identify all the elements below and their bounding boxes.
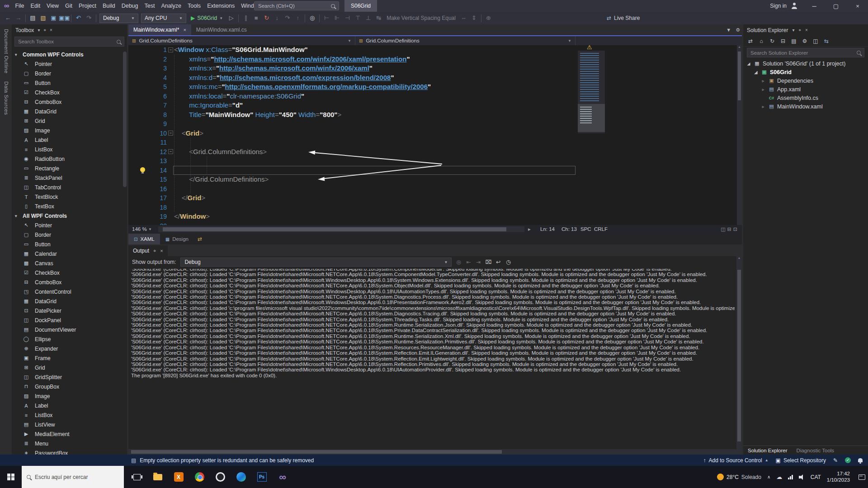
time-icon[interactable]: ◷ — [503, 259, 513, 265]
weather-widget[interactable]: 28°C Soleado — [717, 474, 761, 480]
spaces-indicator[interactable]: SPC — [580, 225, 591, 234]
sign-in-link[interactable]: Sign in — [770, 3, 787, 9]
toolbox-item-contentcontrol[interactable]: ◳ContentControl — [12, 287, 127, 296]
toolbox-item-stackpanel[interactable]: ≣StackPanel — [12, 173, 127, 183]
menu-extensions[interactable]: Extensions — [204, 0, 238, 12]
toolbox-item-radiobutton[interactable]: ◉RadioButton — [12, 154, 127, 164]
toolbox-item-combobox[interactable]: ⊟ComboBox — [12, 277, 127, 287]
code-line-20[interactable]: 20 — [128, 221, 742, 225]
toolbox-item-expander[interactable]: ⊕Expander — [12, 344, 127, 353]
toolbox-item-passwordbox[interactable]: ∗PasswordBox — [12, 448, 127, 455]
code-line-16[interactable]: 16 — [128, 184, 742, 194]
chevron-collapsed-icon[interactable]: ▹ — [760, 79, 766, 83]
editor-horizontal-scrollbar[interactable] — [158, 226, 524, 232]
stop-debugging-icon[interactable]: ■ — [251, 12, 261, 24]
tab-document-outline[interactable]: Document Outline — [3, 29, 9, 73]
align-lefts-icon[interactable]: ⊢ — [321, 12, 332, 24]
action-center-icon[interactable] — [859, 474, 865, 480]
make-horizontal-spacing-equal-icon[interactable]: ↹ — [373, 12, 384, 24]
toolbox-item-checkbox[interactable]: ☑CheckBox — [12, 268, 127, 277]
lightbulb-quick-actions-icon[interactable] — [140, 167, 145, 172]
code-line-18[interactable]: 18 — [128, 203, 742, 212]
output-log[interactable]: 'S06Grid.exe' (CoreCLR: clrhost): Loaded… — [131, 269, 735, 448]
jump-next-icon[interactable]: ⇥ — [473, 259, 483, 265]
quick-search-box[interactable]: Search (Ctrl+Q) — [254, 1, 339, 10]
code-line-15[interactable]: 15 </Grid.ColumnDefinitions> — [128, 175, 742, 184]
edge-browser-button[interactable] — [231, 466, 251, 488]
show-all-files-icon[interactable]: ▤ — [788, 38, 799, 44]
toolbox-item-image[interactable]: ▨Image — [12, 391, 127, 401]
toolbox-item-calendar[interactable]: ▦Calendar — [12, 249, 127, 258]
break-all-icon[interactable]: ∥ — [241, 12, 251, 24]
split-horizontal-icon[interactable]: ⊟ — [727, 225, 731, 234]
clear-all-icon[interactable]: ⌧ — [483, 259, 493, 265]
fold-toggle-icon[interactable]: − — [168, 149, 173, 154]
toolbox-item-datepicker[interactable]: ⊡DatePicker — [12, 306, 127, 315]
code-line-5[interactable]: 5 xmlns:mc="http://schemas.openxmlformat… — [128, 82, 742, 92]
code-line-13[interactable]: 13 — [128, 156, 742, 166]
toolbox-item-listbox[interactable]: ≡ListBox — [12, 410, 127, 420]
toolbox-scrollbar[interactable] — [123, 52, 127, 187]
code-line-1[interactable]: 1−<Window x:Class="S06Grid.MainWindow" — [128, 45, 742, 55]
toolbox-item-datagrid[interactable]: ▦DataGrid — [12, 107, 127, 116]
code-line-19[interactable]: 19</Window> — [128, 212, 742, 221]
toolbox-item-menu[interactable]: ≣Menu — [12, 439, 127, 448]
toolbox-item-pointer[interactable]: ↖Pointer — [12, 59, 127, 69]
tab-diagnostic-tools[interactable]: Diagnostic Tools — [792, 446, 839, 455]
live-share-button[interactable]: ⇄Live Share — [607, 15, 640, 21]
code-line-11[interactable]: 11 — [128, 138, 742, 147]
toolbox-section-all-wpf-controls[interactable]: ▾All WPF Controls — [12, 211, 127, 221]
toolbox-item-gridsplitter[interactable]: ◫GridSplitter — [12, 372, 127, 382]
close-icon[interactable]: × — [50, 28, 52, 33]
editor-vertical-scrollbar[interactable]: ▲ — [737, 45, 742, 225]
toolbox-item-border[interactable]: ▢Border — [12, 230, 127, 239]
pin-icon[interactable]: ⌖ — [798, 28, 801, 33]
toolbox-item-listbox[interactable]: ≡ListBox — [12, 145, 127, 154]
tab-data-sources[interactable]: Data Sources — [3, 81, 9, 115]
code-line-9[interactable]: 9 — [128, 119, 742, 129]
tree-item-dependencies[interactable]: ▹▣Dependencies — [743, 76, 868, 85]
check-circle-icon[interactable]: ✓ — [845, 457, 851, 463]
align-centers-icon[interactable]: ⊩ — [332, 12, 342, 24]
scroll-right-icon[interactable]: ▸ — [528, 225, 531, 234]
line-ending-indicator[interactable]: CRLF — [594, 225, 608, 234]
minimize-button[interactable]: ─ — [804, 0, 825, 12]
user-avatar-icon[interactable] — [791, 3, 797, 9]
clock[interactable]: 17:42 1/10/2023 — [827, 471, 850, 483]
menu-edit[interactable]: Edit — [28, 0, 44, 12]
photoshop-button[interactable]: Ps — [251, 466, 272, 488]
code-line-12[interactable]: 12− <Grid.ColumnDefinitions> — [128, 147, 742, 157]
refresh-icon[interactable]: ↻ — [767, 38, 778, 44]
tab-solution-explorer[interactable]: Solution Explorer — [743, 446, 792, 455]
toolbox-item-grid[interactable]: ⊞Grid — [12, 363, 127, 372]
make-same-width-icon[interactable]: ⇔ — [458, 12, 469, 24]
home-icon[interactable]: ⌂ — [756, 38, 767, 44]
onedrive-cloud-icon[interactable]: ☁ — [776, 474, 782, 480]
volume-icon[interactable] — [799, 474, 805, 480]
zoom-select[interactable]: 146 % — [132, 225, 147, 234]
tree-item-mainwindow-xaml[interactable]: ▹▤MainWindow.xaml — [743, 102, 868, 111]
align-tops-icon[interactable]: ⊤ — [353, 12, 363, 24]
make-same-height-icon[interactable]: ⇕ — [469, 12, 479, 24]
zoom-icon[interactable]: ⊕ — [483, 12, 494, 24]
switch-views-icon[interactable]: ⇆ — [821, 38, 832, 44]
nav-element-dropdown-left[interactable]: ⊞ Grid.ColumnDefinitions ▼ — [128, 36, 355, 45]
code-editor[interactable]: 1−<Window x:Class="S06Grid.MainWindow"2 … — [128, 45, 742, 225]
taskbar-search-input[interactable]: Escriu aquí per cercar — [22, 466, 124, 488]
navigate-forward-icon[interactable]: → — [13, 12, 24, 24]
pin-icon[interactable]: ⌖ — [43, 28, 46, 33]
open-file-icon[interactable]: ▧ — [38, 12, 48, 24]
code-line-3[interactable]: 3 xmlns:x="http://schemas.microsoft.com/… — [128, 64, 742, 73]
swap-panes-icon[interactable]: ⇄ — [198, 236, 202, 242]
collapse-all-icon[interactable]: ⊟ — [778, 38, 788, 44]
output-source-select[interactable]: Debug ▼ — [180, 258, 452, 267]
select-repository-button[interactable]: ▣ Select Repository — [776, 457, 826, 464]
toolbox-item-dockpanel[interactable]: ◫DockPanel — [12, 315, 127, 325]
visual-studio-button[interactable]: ∞ — [272, 466, 293, 488]
code-line-6[interactable]: 6 xmlns:local="clr-namespace:S06Grid" — [128, 92, 742, 101]
network-signal-icon[interactable] — [788, 474, 793, 479]
menu-test[interactable]: Test — [142, 0, 158, 12]
code-line-17[interactable]: 17 </Grid> — [128, 193, 742, 203]
preview-selected-icon[interactable]: ◫ — [810, 38, 821, 44]
code-line-4[interactable]: 4 xmlns:d="http://schemas.microsoft.com/… — [128, 73, 742, 83]
